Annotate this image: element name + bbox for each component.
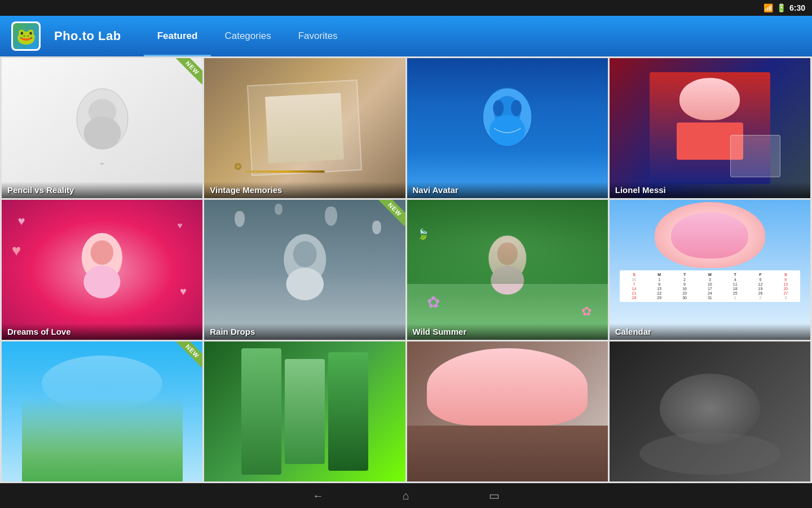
recents-button[interactable]: ▭	[484, 485, 504, 506]
svg-point-9	[489, 115, 525, 146]
grid-item-room[interactable]	[407, 341, 608, 481]
grid-item-wild-summer[interactable]: ✿ ✿ 🍃 Wild Summer	[407, 200, 608, 340]
grid-item-sky[interactable]: NEW	[2, 341, 202, 481]
wifi-icon: 📶	[764, 3, 773, 12]
new-badge-rain: NEW	[372, 200, 405, 234]
svg-point-14	[293, 241, 316, 267]
tab-featured[interactable]: Featured	[144, 16, 211, 56]
nav-tabs: Featured Categories Favorites	[144, 16, 351, 56]
svg-point-11	[91, 240, 114, 265]
time-display: 6:30	[789, 3, 805, 12]
status-bar: 📶 🔋 6:30	[0, 0, 812, 16]
rain-drops-label: Rain Drops	[204, 323, 405, 340]
grid-item-navi-avatar[interactable]: Navi Avatar	[407, 58, 608, 198]
grid-item-rain-drops[interactable]: NEW Rain Drops	[204, 200, 405, 340]
svg-point-6	[493, 100, 504, 116]
grid-item-lionel-messi[interactable]: Lionel Messi	[610, 58, 810, 198]
calendar-label: Calendar	[610, 323, 810, 340]
dreams-of-love-label: Dreams of Love	[2, 323, 202, 340]
svg-point-12	[84, 266, 121, 299]
grid-item-green[interactable]	[204, 341, 405, 481]
grid-item-pencil-vs-reality[interactable]: ✏ NEW Pencil vs Reality	[2, 58, 202, 198]
battery-icon: 🔋	[776, 3, 786, 12]
tab-favorites[interactable]: Favorites	[285, 16, 351, 56]
vintage-memories-label: Vintage Memories	[204, 182, 405, 198]
back-button[interactable]: ←	[308, 485, 328, 506]
svg-point-2	[83, 116, 121, 149]
new-badge-sky: NEW	[169, 341, 202, 375]
pencil-vs-reality-label: Pencil vs Reality	[2, 182, 202, 198]
navi-avatar-label: Navi Avatar	[407, 182, 608, 198]
bottom-nav: ← ⌂ ▭	[0, 483, 812, 508]
new-badge-pencil: NEW	[169, 58, 202, 92]
wild-summer-label: Wild Summer	[407, 323, 608, 340]
app-logo: 🐸	[11, 21, 41, 51]
grid-item-calendar[interactable]: SMTWTFS 30123456 78910111213 14151617181…	[610, 200, 810, 340]
grid-item-dark[interactable]	[610, 341, 810, 481]
app-name: Pho.to Lab	[54, 29, 121, 43]
content-grid: ✏ NEW Pencil vs Reality Vintage Memories	[0, 56, 812, 483]
home-button[interactable]: ⌂	[396, 485, 416, 506]
app-logo-icon: 🐸	[16, 27, 36, 46]
nav-bar: 🐸 Pho.to Lab Featured Categories Favorit…	[0, 16, 812, 56]
lionel-messi-label: Lionel Messi	[610, 182, 810, 198]
svg-point-15	[286, 268, 324, 300]
grid-item-dreams-of-love[interactable]: ♥ ♥ ♥ ♥ Dreams of Love	[2, 200, 202, 340]
svg-text:✏: ✏	[100, 161, 104, 167]
svg-point-7	[511, 100, 522, 116]
grid-item-vintage-memories[interactable]: Vintage Memories	[204, 58, 405, 198]
tab-categories[interactable]: Categories	[211, 16, 284, 56]
